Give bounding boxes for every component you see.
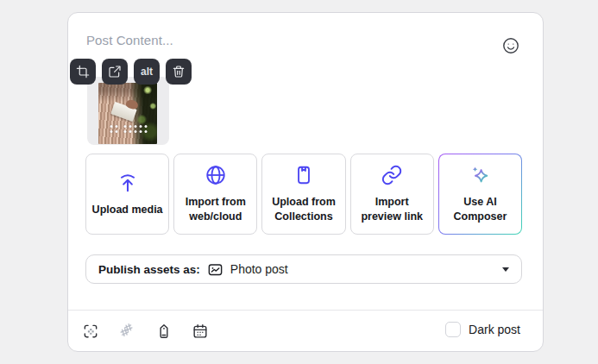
- delete-media-button[interactable]: [166, 59, 192, 85]
- import-web-cloud-label: Import from web/cloud: [178, 195, 253, 224]
- publish-selected-option: Photo post: [230, 262, 288, 276]
- dark-post-control: Dark post: [445, 322, 520, 337]
- alt-text-button[interactable]: alt: [134, 59, 160, 85]
- import-web-cloud-button[interactable]: Import from web/cloud: [173, 154, 257, 235]
- dark-post-checkbox[interactable]: [445, 322, 461, 337]
- dark-post-label: Dark post: [469, 323, 520, 336]
- crop-icon: [76, 65, 90, 78]
- uploaded-photo: [98, 83, 157, 144]
- external-link-icon: [108, 65, 122, 78]
- alt-text-label: alt: [141, 66, 153, 78]
- import-preview-link-label: Import preview link: [355, 195, 430, 224]
- emoji-picker-button[interactable]: [502, 37, 519, 54]
- chevron-down-icon: [502, 267, 509, 272]
- hashtags-icon: [118, 323, 135, 340]
- schedule-calendar-button[interactable]: [191, 322, 210, 341]
- upload-options-row: Upload media Import from web/cloud Uploa…: [85, 154, 522, 235]
- trash-icon: [172, 65, 186, 78]
- upload-from-collections-button[interactable]: Upload from Collections: [261, 154, 345, 235]
- globe-icon: [205, 164, 227, 186]
- crop-media-button[interactable]: [70, 59, 96, 85]
- upload-arrow-icon: [116, 172, 139, 194]
- photo-post-icon: [207, 261, 223, 278]
- calendar-icon: [192, 323, 209, 340]
- collections-icon: [293, 164, 315, 186]
- post-composer-card: Post Content... alt: [67, 12, 544, 352]
- tag-label-button[interactable]: [154, 322, 173, 341]
- sparkles-icon: [469, 164, 491, 186]
- footer-toolbar: Dark post: [68, 311, 543, 351]
- upload-media-button[interactable]: Upload media: [85, 154, 169, 235]
- tag-icon: [155, 323, 173, 340]
- upload-media-label: Upload media: [92, 203, 163, 217]
- media-toolbar: alt: [70, 59, 192, 85]
- publish-assets-label: Publish assets as:: [98, 263, 200, 276]
- use-ai-composer-button[interactable]: Use AI Composer: [438, 154, 522, 235]
- focus-preview-button[interactable]: [81, 322, 100, 341]
- media-thumbnail-card[interactable]: [87, 77, 169, 145]
- drag-handle-dots[interactable]: [110, 125, 147, 133]
- hashtag-suggestions-button[interactable]: [117, 322, 136, 341]
- import-preview-link-button[interactable]: Import preview link: [350, 154, 434, 235]
- post-content-input[interactable]: Post Content...: [86, 33, 492, 50]
- expand-media-button[interactable]: [102, 59, 128, 85]
- link-icon: [381, 164, 403, 186]
- publish-assets-select[interactable]: Publish assets as: Photo post: [85, 254, 522, 284]
- use-ai-composer-label: Use AI Composer: [443, 195, 518, 224]
- viewfinder-icon: [82, 323, 99, 340]
- upload-from-collections-label: Upload from Collections: [266, 195, 341, 224]
- smiley-icon: [502, 37, 519, 54]
